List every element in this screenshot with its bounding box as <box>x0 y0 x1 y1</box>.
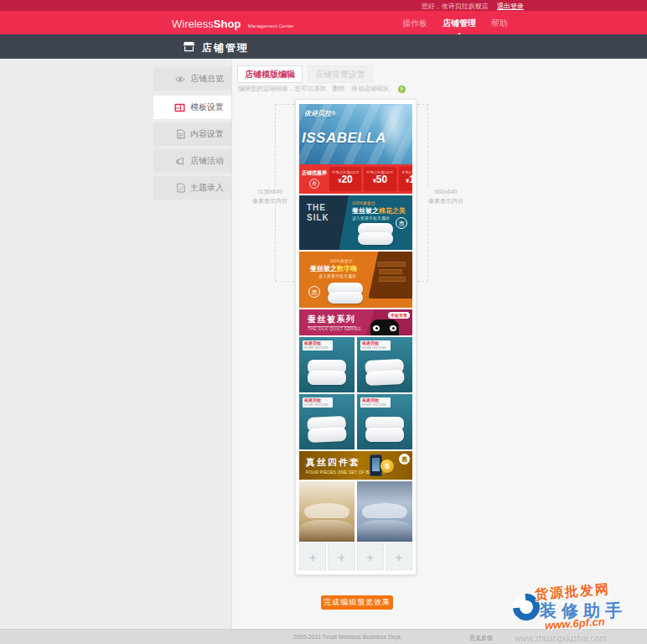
discount-ring-icon: 惠 <box>308 286 320 298</box>
coupon-50[interactable]: 单笔订单满500元 ¥50 <box>364 167 396 191</box>
series-title: 蚕丝被系列 <box>308 314 356 327</box>
feedback-link[interactable]: 意见反馈 <box>469 634 493 642</box>
logo: WirelessShop Management Center <box>172 16 294 31</box>
add-module-button[interactable]: + <box>328 543 355 570</box>
hero-title: ISSABELLA <box>302 130 386 147</box>
document-icon <box>177 129 185 139</box>
shop-template-preview: 依诗贝拉® ISSABELLA 店铺优惠券 券 单笔订单满200元 ¥20 单笔… <box>295 99 417 575</box>
edit-hint: 编辑您的店铺模板，您可以添加、删除、移动店铺模块。 ? <box>238 85 406 93</box>
orange-title-prefix: 蚕丝被之 <box>310 265 337 273</box>
quilt-image <box>358 223 393 245</box>
finish-edit-preview-button[interactable]: 完成编辑预览效果 <box>321 595 393 610</box>
coupon-amount: 20 <box>341 174 352 185</box>
orange-tag: 100%桑蚕丝 <box>329 258 353 263</box>
sidebar-item-label: 店铺活动 <box>190 155 224 167</box>
signpost-plank <box>379 277 406 282</box>
user-greeting: 您好，依诗贝拉旗舰店 <box>422 3 489 10</box>
sidebar-item-content-settings[interactable]: 内容设置 <box>153 122 231 146</box>
guide-right-caption: 像素显示内容 <box>428 198 463 204</box>
add-module-button[interactable]: + <box>386 543 412 570</box>
add-module-button[interactable]: + <box>299 543 326 570</box>
product-grid-row-1: 依诗贝拉 HOME TEXTILES 依诗贝拉 HOME TEXTILES <box>299 337 412 392</box>
mobile-exclusive-bubble: 手机专享 <box>388 312 410 319</box>
quilt-image <box>308 360 346 385</box>
orange-title: 蚕丝被之数字嗨 <box>310 264 357 273</box>
coupon-amount: 50 <box>376 174 387 185</box>
product-tile[interactable]: 依诗贝拉 HOME TEXTILES <box>299 337 355 392</box>
coupon-20[interactable]: 单笔订单满200元 ¥20 <box>329 167 361 191</box>
orange-title-accent: 数字嗨 <box>337 265 357 273</box>
tab-template-edit[interactable]: 店铺模版编辑 <box>237 65 303 83</box>
storefront-icon <box>183 41 195 52</box>
silk-tag: 100%桑蚕丝 <box>352 200 375 205</box>
document-pencil-icon <box>177 183 185 193</box>
discount-ring-icon: 惠 <box>396 217 407 229</box>
product-tile[interactable]: 依诗贝拉 HOME TEXTILES <box>357 394 412 449</box>
sidebar-item-shop-overview[interactable]: 店铺总览 <box>153 67 231 91</box>
coupon-condition: 单笔订单满200元 <box>332 169 360 174</box>
silk-title-accent: 棉花之美 <box>379 207 406 215</box>
product-grid-row-2: 依诗贝拉 HOME TEXTILES 依诗贝拉 HOME TEXTILES <box>299 394 412 449</box>
logo-wireless: Wireless <box>172 18 214 30</box>
copyright-text: 2005-2011 Tmall Wireless Business Dept. <box>293 634 402 640</box>
header-nav: 操作板 店铺管理 帮助 <box>402 18 508 29</box>
add-module-button[interactable]: + <box>357 543 384 570</box>
megaphone-icon <box>175 157 185 166</box>
tab-background-settings[interactable]: 店铺背景设置 <box>308 65 373 83</box>
guide-right-size: 960x640 <box>435 189 458 195</box>
silk-subtitle: 进入查看手机专属价 <box>352 216 390 221</box>
silk-side-title: THE SILK <box>307 203 335 223</box>
guide-label-left: 1136x640 像素显示内容 <box>247 188 292 205</box>
sidebar-item-label: 模板设置 <box>190 101 224 113</box>
nav-shop-management[interactable]: 店铺管理 <box>443 18 476 29</box>
sidebar-item-label: 店铺总览 <box>190 73 224 85</box>
coupon-strip-module[interactable]: 店铺优惠券 券 单笔订单满200元 ¥20 单笔订单满500元 ¥50 单笔订单… <box>299 164 412 194</box>
sidebar-item-shop-activities[interactable]: 店铺活动 <box>153 149 231 173</box>
silk-title-prefix: 蚕丝被之 <box>352 207 379 215</box>
orange-subtitle: 进入查看手机专属价 <box>318 273 356 278</box>
main-header: WirelessShop Management Center 操作板 店铺管理 … <box>0 11 647 34</box>
nav-dashboard[interactable]: 操作板 <box>402 18 427 29</box>
guide-left-caption: 像素显示内容 <box>252 198 287 204</box>
series-subtitle: THE SILK QUILT SERIES <box>308 326 361 331</box>
silk-series-banner-module[interactable]: 蚕丝被系列 THE SILK QUILT SERIES 手机专享 <box>299 309 412 335</box>
gold-coin-icon: $ <box>380 460 394 473</box>
bedding-photo-row <box>299 481 412 542</box>
logo-subtitle: Management Center <box>248 23 294 29</box>
signpost-plank <box>377 262 406 267</box>
bedding-photo-blue[interactable] <box>357 481 412 542</box>
sidebar-item-template-settings[interactable]: 模板设置 <box>153 96 231 119</box>
orange-banner-module[interactable]: 100%桑蚕丝 蚕丝被之数字嗨 进入查看手机专属价 惠 <box>299 252 412 308</box>
template-icon <box>174 103 185 112</box>
nav-help[interactable]: 帮助 <box>491 18 508 29</box>
hero-brand: 依诗贝拉® <box>304 109 336 118</box>
utility-bar: 您好，依诗贝拉旗舰店 退出登录 <box>0 0 647 11</box>
quilt-image <box>307 416 347 443</box>
coupon-100[interactable]: 单笔订单满1000元 ¥100 <box>399 167 412 191</box>
footer-bar: 2005-2011 Tmall Wireless Business Dept. … <box>0 629 647 644</box>
badge-icon: 惠 <box>399 454 410 465</box>
brand-chip: 依诗贝拉 HOME TEXTILES <box>360 397 391 408</box>
hero-banner-module[interactable]: 依诗贝拉® ISSABELLA <box>299 104 412 164</box>
sidebar-item-theme-entry[interactable]: 主题录入 <box>153 176 231 200</box>
guide-label-right: 960x640 像素显示内容 <box>423 188 468 205</box>
page-title: 店铺管理 <box>202 41 249 55</box>
bedding-set-banner-module[interactable]: 真丝四件套 FOUR PIECES ONE SET OF BEDDING $ 惠 <box>299 451 412 480</box>
logout-link[interactable]: 退出登录 <box>497 3 524 10</box>
hint-text: 编辑您的店铺模板，您可以添加、删除、移动店铺模块。 <box>238 85 396 93</box>
eye-icon <box>175 75 185 83</box>
brand-chip: 依诗贝拉 HOME TEXTILES <box>360 340 391 351</box>
product-tile[interactable]: 依诗贝拉 HOME TEXTILES <box>357 337 412 392</box>
bedding-photo-cream[interactable] <box>299 481 355 542</box>
coupon-label: 店铺优惠券 券 <box>302 169 327 189</box>
sidebar-item-label: 内容设置 <box>190 128 224 140</box>
quilt-image <box>328 283 363 304</box>
silk-banner-module[interactable]: THE SILK 100%桑蚕丝 蚕丝被之棉花之美 进入查看手机专属价 惠 <box>299 195 412 250</box>
page-titlebar: 店铺管理 <box>0 34 647 59</box>
product-tile[interactable]: 依诗贝拉 HOME TEXTILES <box>299 394 355 449</box>
brand-chip: 依诗贝拉 HOME TEXTILES <box>303 340 333 351</box>
help-icon[interactable]: ? <box>398 86 406 93</box>
logo-shop: Shop <box>214 18 241 30</box>
brand-subtitle: HOME TEXTILES <box>304 403 329 407</box>
app-root: 您好，依诗贝拉旗舰店 退出登录 WirelessShop Management … <box>0 0 647 644</box>
